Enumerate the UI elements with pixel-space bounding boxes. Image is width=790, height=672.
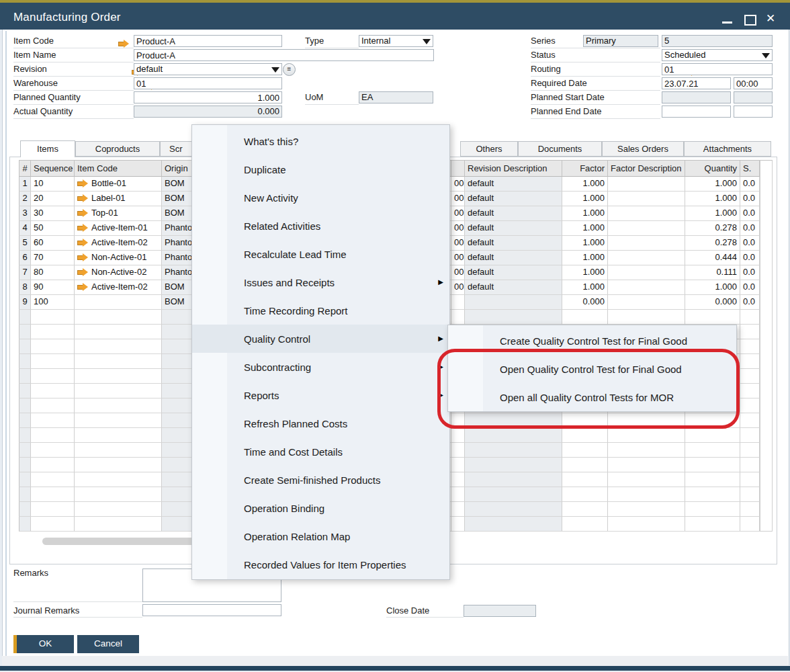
routing-field[interactable] xyxy=(662,63,773,75)
cell-item_code[interactable]: Bottle-01 xyxy=(75,177,162,192)
cell-revision_description[interactable]: default xyxy=(465,280,562,295)
cell-factor_description[interactable] xyxy=(608,177,685,192)
cell-s[interactable]: 0.0 xyxy=(740,265,760,280)
menu-item-create-quality-control-test-for-final-good[interactable]: Create Quality Control Test for Final Go… xyxy=(448,327,736,355)
cell-item_code[interactable]: Active-Item-02 xyxy=(75,236,162,251)
link-arrow-icon[interactable] xyxy=(77,179,88,187)
cell-quantity[interactable]: 0.444 xyxy=(685,251,740,265)
cell-sequence[interactable]: 30 xyxy=(31,206,75,221)
menu-item-quality-control[interactable]: Quality Control▶ xyxy=(192,325,449,353)
menu-item-what-s-this[interactable]: What's this? xyxy=(192,127,449,155)
cell-num[interactable]: 5 xyxy=(19,236,31,251)
menu-item-create-semi-finished-products[interactable]: Create Semi-finished Products xyxy=(192,466,449,494)
menu-item-issues-and-receipts[interactable]: Issues and Receipts▶ xyxy=(192,268,449,296)
column-header-item-code[interactable]: Item Code xyxy=(75,160,162,177)
menu-item-operation-binding[interactable]: Operation Binding xyxy=(192,494,449,522)
choose-from-list-icon[interactable]: ≡ xyxy=(283,63,296,76)
close-icon[interactable]: ✕ xyxy=(766,11,775,26)
cell-num[interactable]: 8 xyxy=(19,280,31,295)
menu-item-time-recording-report[interactable]: Time Recording Report xyxy=(192,296,449,325)
cell-partial[interactable]: 00 xyxy=(451,206,465,221)
cell-factor_description[interactable] xyxy=(608,192,685,206)
cell-quantity[interactable]: 1.000 xyxy=(685,280,740,295)
cell-num[interactable]: 4 xyxy=(19,221,31,236)
cell-item_code[interactable]: Top-01 xyxy=(75,206,162,221)
menu-item-operation-relation-map[interactable]: Operation Relation Map xyxy=(192,522,449,550)
link-arrow-icon[interactable] xyxy=(77,239,88,247)
ok-button[interactable]: OK xyxy=(13,635,74,653)
cell-item_code[interactable] xyxy=(75,295,162,310)
link-arrow-icon[interactable] xyxy=(77,224,88,232)
menu-item-duplicate[interactable]: Duplicate xyxy=(192,155,449,183)
cell-factor_description[interactable] xyxy=(608,265,685,280)
link-arrow-icon[interactable] xyxy=(77,253,88,261)
column-header-factor-description[interactable]: Factor Description xyxy=(608,160,685,177)
required-date-field[interactable] xyxy=(662,77,731,89)
column-header-quantity[interactable]: Quantity xyxy=(685,160,740,177)
link-arrow-icon[interactable] xyxy=(77,283,88,291)
cell-s[interactable]: 0.0 xyxy=(740,280,760,295)
cell-s[interactable]: 0.0 xyxy=(740,177,760,192)
tab-sales-orders[interactable]: Sales Orders xyxy=(602,141,684,157)
cell-quantity[interactable]: 0.111 xyxy=(685,265,740,280)
cell-partial[interactable]: 00 xyxy=(451,192,465,206)
item-code-field[interactable] xyxy=(134,35,282,47)
link-arrow-icon[interactable] xyxy=(118,40,129,48)
cell-sequence[interactable]: 90 xyxy=(31,280,75,295)
type-dropdown[interactable]: Internal xyxy=(359,35,433,47)
tab-documents[interactable]: Documents xyxy=(518,141,602,157)
cell-num[interactable]: 3 xyxy=(19,206,31,221)
cell-sequence[interactable]: 20 xyxy=(31,192,75,206)
cell-partial[interactable]: 00 xyxy=(451,177,465,192)
cell-s[interactable]: 0.0 xyxy=(740,251,760,265)
tab-coproducts[interactable]: Coproducts xyxy=(75,141,160,157)
cell-sequence[interactable]: 10 xyxy=(31,177,75,192)
cell-num[interactable]: 1 xyxy=(19,177,31,192)
chevron-down-icon[interactable] xyxy=(762,53,770,58)
cell-s[interactable]: 0.0 xyxy=(740,236,760,251)
column-header-sequence[interactable]: Sequence xyxy=(31,160,75,177)
cell-item_code[interactable]: Non-Active-01 xyxy=(75,251,162,265)
menu-item-open-quality-control-test-for-final-good[interactable]: Open Quality Control Test for Final Good xyxy=(448,355,736,383)
status-dropdown[interactable]: Scheduled xyxy=(662,49,773,61)
warehouse-field[interactable] xyxy=(134,77,282,89)
column-header-factor[interactable]: Factor xyxy=(562,160,608,177)
cell-item_code[interactable]: Active-Item-02 xyxy=(75,280,162,295)
cell-num[interactable]: 2 xyxy=(19,192,31,206)
cell-factor[interactable]: 1.000 xyxy=(562,251,608,265)
cell-revision_description[interactable] xyxy=(465,295,562,310)
column-header-revision-description[interactable]: Revision Description xyxy=(465,160,562,177)
menu-item-new-activity[interactable]: New Activity xyxy=(192,183,449,212)
tab-attachments[interactable]: Attachments xyxy=(684,141,771,157)
column-header-[interactable]: # xyxy=(19,160,31,177)
cell-quantity[interactable]: 0.278 xyxy=(685,221,740,236)
cell-factor_description[interactable] xyxy=(608,221,685,236)
cell-factor[interactable]: 0.000 xyxy=(562,295,608,310)
cell-revision_description[interactable]: default xyxy=(465,221,562,236)
cell-revision_description[interactable]: default xyxy=(465,236,562,251)
menu-item-reports[interactable]: Reports▶ xyxy=(192,381,449,409)
planned-end-date-field[interactable] xyxy=(662,106,731,118)
cell-partial[interactable] xyxy=(451,295,465,310)
cancel-button[interactable]: Cancel xyxy=(77,635,139,653)
cell-revision_description[interactable]: default xyxy=(465,177,562,192)
cell-sequence[interactable]: 50 xyxy=(31,221,75,236)
link-arrow-icon[interactable] xyxy=(77,268,88,276)
required-time-field[interactable] xyxy=(734,77,773,89)
cell-quantity[interactable]: 0.000 xyxy=(685,295,740,310)
chevron-down-icon[interactable] xyxy=(423,39,431,44)
cell-factor[interactable]: 1.000 xyxy=(562,221,608,236)
menu-item-subcontracting[interactable]: Subcontracting▶ xyxy=(192,353,449,381)
cell-factor_description[interactable] xyxy=(608,251,685,265)
cell-sequence[interactable]: 60 xyxy=(31,236,75,251)
cell-partial[interactable]: 00 xyxy=(451,221,465,236)
cell-num[interactable]: 7 xyxy=(19,265,31,280)
cell-partial[interactable]: 00 xyxy=(451,251,465,265)
cell-factor[interactable]: 1.000 xyxy=(562,206,608,221)
maximize-icon[interactable] xyxy=(743,15,758,26)
cell-partial[interactable]: 00 xyxy=(451,265,465,280)
cell-partial[interactable]: 00 xyxy=(451,280,465,295)
cell-s[interactable]: 0.0 xyxy=(740,221,760,236)
planned-end-time-field[interactable] xyxy=(734,106,773,118)
cell-factor[interactable]: 1.000 xyxy=(562,177,608,192)
